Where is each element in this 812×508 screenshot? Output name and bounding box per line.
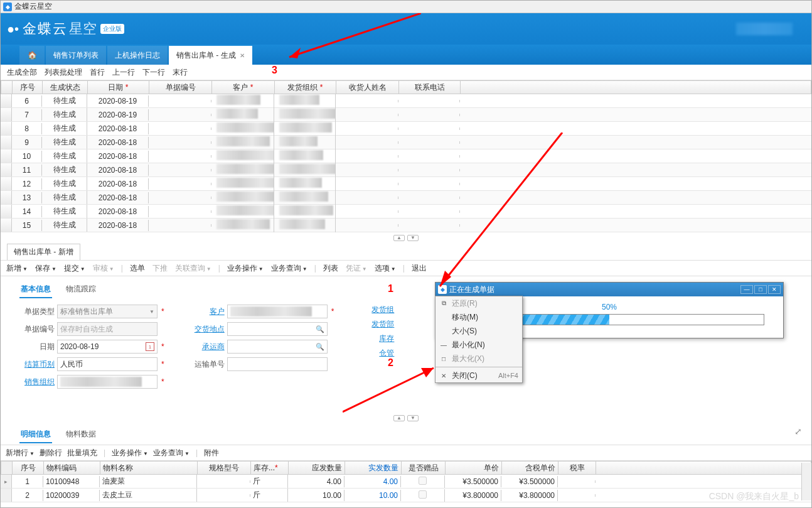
search-icon[interactable]: 🔍 [316, 325, 324, 333]
collapse-handle-top[interactable]: ▲▼ [1, 232, 811, 241]
col-recv[interactable]: 收货人姓名 [336, 81, 399, 94]
form-toolbar: 新增▼ 保存▼ 提交▼ 审核▼ | 选单 下推 关联查询▼ | 业务操作▼ 业务… [1, 260, 811, 276]
attach-button[interactable]: 附件 [204, 448, 219, 458]
input-location[interactable]: 🔍 [227, 322, 328, 336]
table-row[interactable]: 6 待生成 2020-08-19 [1, 94, 811, 108]
search-icon[interactable]: 🔍 [316, 343, 324, 351]
col-phone[interactable]: 联系电话 [399, 81, 461, 94]
input-currency[interactable]: 人民币 [57, 357, 158, 371]
close-button[interactable]: ✕ [768, 285, 781, 294]
col-date[interactable]: 日期 * [88, 81, 149, 94]
annotation-2: 2 [388, 357, 393, 369]
ctx-move[interactable]: 移动(M) [435, 310, 522, 324]
voucher-button[interactable]: 凭证▼ [344, 263, 369, 274]
label-date: 日期 [19, 342, 55, 352]
table-row[interactable]: 10 待生成 2020-08-18 [1, 149, 811, 163]
input-customer[interactable] [227, 305, 328, 318]
label-location[interactable]: 交货地点 [190, 324, 225, 335]
new-button[interactable]: 新增▼ [4, 263, 29, 274]
list-button[interactable]: 列表 [321, 263, 340, 274]
table-row[interactable]: 15 待生成 2020-08-18 [1, 219, 811, 232]
opt-button[interactable]: 选项▼ [373, 263, 398, 274]
table-row[interactable]: 8 待生成 2020-08-18 [1, 122, 811, 136]
first-row-button[interactable]: 首行 [90, 67, 105, 78]
subtab-material[interactable]: 物料数据 [65, 426, 97, 443]
table-row[interactable]: 13 待生成 2020-08-18 [1, 191, 811, 205]
detail-bizop-button[interactable]: 业务操作▼ [112, 448, 148, 458]
detail-bizq-button[interactable]: 业务查询▼ [153, 448, 190, 458]
expand-icon[interactable]: ⤢ [794, 426, 802, 436]
relq-button[interactable]: 关联查询▼ [173, 263, 213, 274]
detail-row[interactable]: 2 10200039 去皮土豆 斤 10.00 10.00 ¥3.800000 … [1, 489, 811, 502]
col-cust[interactable]: 客户 * [212, 81, 275, 94]
input-carrier[interactable]: 🔍 [227, 340, 328, 354]
calendar-icon[interactable]: 1 [146, 342, 154, 351]
tab-sales-outbound-gen[interactable]: 销售出库单 - 生成 ✕ [169, 46, 252, 65]
input-trackno[interactable] [227, 357, 328, 371]
detail-row[interactable]: ▸ 1 10100948 油麦菜 斤 4.00 4.00 ¥3.500000 ¥… [1, 475, 811, 489]
input-docno[interactable]: 保存时自动生成 [57, 322, 158, 336]
home-tab[interactable]: 🏠 [19, 46, 45, 65]
exit-button[interactable]: 退出 [410, 263, 429, 274]
edition-badge: 企业版 [100, 24, 124, 34]
user-area-blurred [736, 23, 793, 35]
detail-grid-body: ▸ 1 10100948 油麦菜 斤 4.00 4.00 ¥3.500000 ¥… [1, 475, 811, 502]
gift-checkbox[interactable] [419, 477, 427, 485]
push-button[interactable]: 下推 [151, 263, 169, 274]
table-row[interactable]: 14 待生成 2020-08-18 [1, 205, 811, 219]
table-row[interactable]: 7 待生成 2020-08-19 [1, 108, 811, 122]
ctx-size[interactable]: 大小(S) [435, 324, 522, 338]
last-row-button[interactable]: 末行 [173, 67, 188, 78]
select-button[interactable]: 选单 [128, 263, 147, 274]
table-row[interactable]: 12 待生成 2020-08-18 [1, 177, 811, 191]
submit-button[interactable]: 提交▼ [62, 263, 87, 274]
bizq-button[interactable]: 业务查询▼ [269, 263, 309, 274]
close-icon[interactable]: ✕ [240, 52, 245, 59]
label-shiporg[interactable]: 发货组 [359, 305, 394, 315]
watermark: CSDN @我来自火星_b [709, 491, 799, 502]
label-customer[interactable]: 客户 [190, 306, 225, 317]
batch-button[interactable]: 列表批处理 [45, 67, 82, 78]
subtab-track[interactable]: 物流跟踪 [65, 281, 97, 298]
prev-row-button[interactable]: 上一行 [112, 67, 135, 78]
detail-scrollbar[interactable] [801, 463, 811, 500]
table-row[interactable]: 9 待生成 2020-08-18 [1, 136, 811, 149]
input-date[interactable]: 2020-08-191 [57, 340, 158, 354]
generate-toolbar: 生成全部 列表批处理 首行 上一行 下一行 末行 [1, 65, 811, 80]
gen-all-button[interactable]: 生成全部 [7, 67, 37, 78]
ctx-restore[interactable]: ⧉还原(R) [435, 296, 522, 310]
tab-sales-order-list[interactable]: 销售订单列表 [46, 46, 106, 65]
main-grid-body: 6 待生成 2020-08-19 7 待生成 2020-08-19 8 待生成 … [1, 94, 811, 232]
ctx-close[interactable]: ✕关闭(C)Alt+F4 [435, 369, 522, 382]
input-saleorg[interactable] [57, 375, 158, 389]
col-status[interactable]: 生成状态 [43, 81, 88, 94]
col-seq[interactable]: 序号 [13, 81, 43, 94]
progress-titlebar[interactable]: ◆ 正在生成单据 — □ ✕ [435, 283, 783, 296]
ctx-minimize[interactable]: —最小化(N) [435, 338, 522, 352]
batchfill-button[interactable]: 批量填充 [67, 448, 97, 458]
maximize-button[interactable]: □ [754, 285, 767, 294]
bizop-button[interactable]: 业务操作▼ [225, 263, 265, 274]
col-docno[interactable]: 单据编号 [149, 81, 212, 94]
label-saleorg[interactable]: 销售组织 [19, 377, 55, 387]
subtab-detail[interactable]: 明细信息 [19, 426, 52, 443]
minimize-button[interactable]: — [740, 285, 753, 294]
label-shipdept[interactable]: 发货部 [359, 319, 394, 330]
table-row[interactable]: 11 待生成 2020-08-18 [1, 163, 811, 177]
brand-sub: 星空 [69, 19, 97, 38]
addrow-button[interactable]: 新增行▼ [6, 448, 35, 458]
ctx-maximize[interactable]: □最大化(X) [435, 352, 522, 365]
gift-checkbox[interactable] [419, 490, 427, 499]
save-button[interactable]: 保存▼ [33, 263, 58, 274]
input-type[interactable]: 标准销售出库单▼ [57, 305, 158, 318]
label-carrier[interactable]: 承运商 [190, 342, 225, 352]
collapse-handle-mid[interactable]: ▲▼ [1, 413, 811, 421]
label-stockstatus[interactable]: 库存 [359, 333, 394, 344]
subtab-basic[interactable]: 基本信息 [19, 281, 52, 298]
tab-operation-log[interactable]: 上机操作日志 [107, 46, 168, 65]
col-org[interactable]: 发货组织 * [275, 81, 336, 94]
label-currency[interactable]: 结算币别 [19, 359, 55, 370]
next-row-button[interactable]: 下一行 [142, 67, 165, 78]
audit-button[interactable]: 审核▼ [91, 263, 116, 274]
delrow-button[interactable]: 删除行 [40, 448, 62, 458]
